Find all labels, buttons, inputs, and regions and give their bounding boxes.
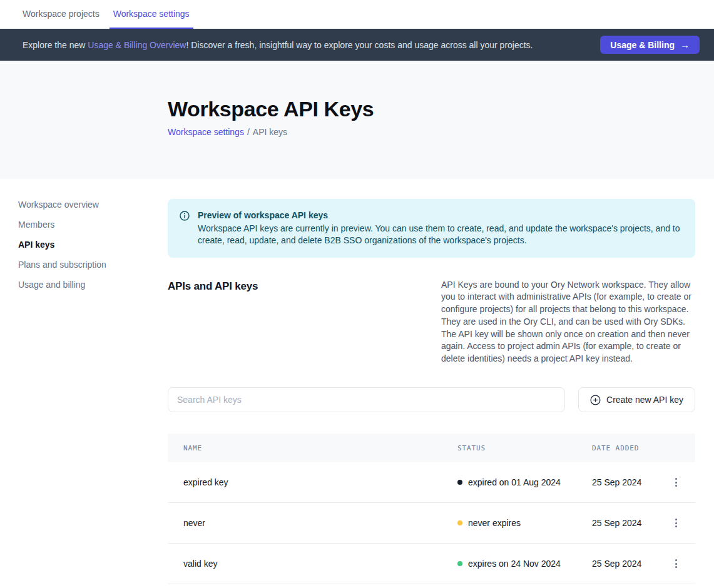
api-keys-toolbar: Create new API key	[168, 387, 695, 412]
status-text: expires on 24 Nov 2024	[468, 559, 561, 569]
date-added: 25 Sep 2024	[592, 559, 673, 569]
circle-plus-icon	[590, 395, 601, 405]
apis-section-description: API Keys are bound to your Ory Network w…	[441, 279, 695, 366]
date-added: 25 Sep 2024	[592, 518, 673, 528]
breadcrumb-workspace-settings-link[interactable]: Workspace settings	[168, 127, 244, 137]
table-row: never never expires 25 Sep 2024	[168, 503, 695, 544]
banner-message: Explore the new Usage & Billing Overview…	[23, 40, 600, 50]
page-header: Workspace API Keys Workspace settings/AP…	[0, 61, 714, 179]
search-input[interactable]	[168, 387, 565, 412]
usage-billing-button-label: Usage & Billing	[610, 40, 675, 50]
sidebar-item-plans-subscription[interactable]: Plans and subscription	[18, 261, 168, 269]
info-icon	[180, 211, 190, 247]
content-area: Workspace overview Members API keys Plan…	[0, 179, 714, 584]
tab-workspace-projects[interactable]: Workspace projects	[19, 0, 103, 29]
breadcrumb: Workspace settings/API keys	[168, 127, 714, 137]
column-header-date-added: DATE ADDED	[592, 444, 679, 452]
preview-callout: Preview of workspace API keys Workspace …	[168, 199, 695, 258]
breadcrumb-current: API keys	[253, 127, 287, 137]
table-row: valid key expires on 24 Nov 2024 25 Sep …	[168, 544, 695, 584]
create-api-key-button-label: Create new API key	[606, 395, 683, 405]
status-text: expired on 01 Aug 2024	[468, 477, 561, 487]
row-actions-menu-icon[interactable]	[673, 475, 679, 489]
sidebar-item-usage-billing[interactable]: Usage and billing	[18, 281, 168, 289]
sidebar-item-api-keys[interactable]: API keys	[18, 241, 168, 249]
preview-callout-text: Preview of workspace API keys Workspace …	[198, 210, 683, 247]
status-text: never expires	[468, 518, 521, 528]
api-key-name: never	[183, 518, 457, 528]
status-dot	[457, 561, 462, 566]
api-keys-table: NAME STATUS DATE ADDED expired key expir…	[168, 433, 695, 584]
announcement-banner: Explore the new Usage & Billing Overview…	[0, 29, 714, 61]
breadcrumb-separator: /	[247, 127, 250, 137]
sidebar-item-workspace-overview[interactable]: Workspace overview	[18, 201, 168, 209]
api-key-name: valid key	[183, 559, 457, 569]
create-api-key-button[interactable]: Create new API key	[578, 387, 695, 412]
column-header-status: STATUS	[457, 444, 592, 452]
status-cell: never expires	[457, 518, 592, 528]
table-row: expired key expired on 01 Aug 2024 25 Se…	[168, 462, 695, 503]
status-dot	[457, 520, 462, 525]
apis-section-heading: APIs and API keys	[168, 280, 258, 366]
arrow-right-icon: →	[680, 39, 690, 50]
table-header-row: NAME STATUS DATE ADDED	[168, 433, 695, 462]
row-actions-menu-icon[interactable]	[673, 557, 679, 570]
apis-section: APIs and API keys API Keys are bound to …	[168, 280, 695, 366]
usage-billing-overview-link[interactable]: Usage & Billing Overview	[88, 40, 186, 50]
sidebar-item-members[interactable]: Members	[18, 221, 168, 229]
settings-sidebar: Workspace overview Members API keys Plan…	[0, 179, 168, 584]
status-cell: expired on 01 Aug 2024	[457, 477, 592, 487]
main-panel: Preview of workspace API keys Workspace …	[168, 179, 695, 584]
row-actions-menu-icon[interactable]	[673, 516, 679, 530]
preview-callout-title: Preview of workspace API keys	[198, 210, 683, 222]
banner-text-after: ! Discover a fresh, insightful way to ex…	[186, 40, 533, 50]
preview-callout-body: Workspace API keys are currently in prev…	[198, 223, 683, 247]
status-cell: expires on 24 Nov 2024	[457, 559, 592, 569]
top-tab-bar: Workspace projects Workspace settings	[0, 0, 714, 29]
page-title: Workspace API Keys	[168, 95, 714, 123]
status-dot	[457, 480, 462, 485]
date-added: 25 Sep 2024	[592, 477, 673, 487]
api-key-name: expired key	[183, 477, 457, 487]
tab-workspace-settings[interactable]: Workspace settings	[110, 0, 193, 29]
column-header-name: NAME	[183, 444, 457, 452]
usage-billing-button[interactable]: Usage & Billing →	[600, 36, 700, 54]
banner-text-before: Explore the new	[23, 40, 88, 50]
